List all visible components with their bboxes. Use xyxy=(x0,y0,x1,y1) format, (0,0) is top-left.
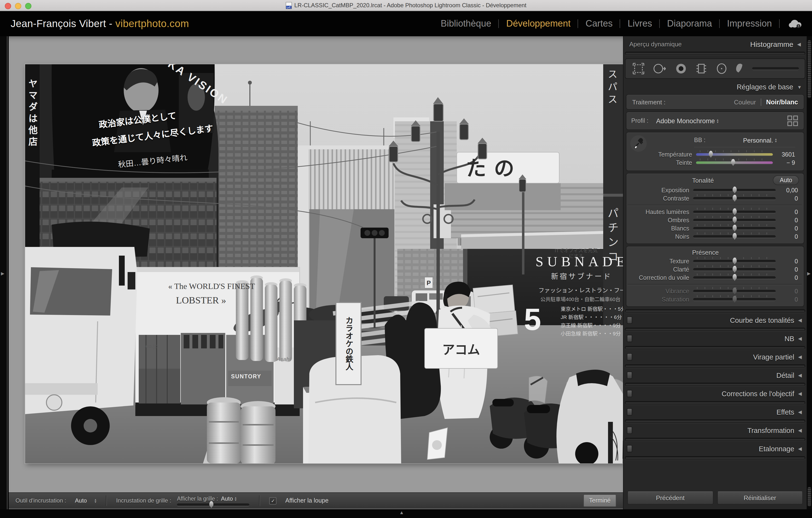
texture-value[interactable]: 0 xyxy=(776,258,798,265)
minimize-button[interactable] xyxy=(15,3,21,9)
clarity-value[interactable]: 0 xyxy=(776,266,798,273)
zoom-button[interactable] xyxy=(25,3,31,9)
treatment-bw-option[interactable]: Noir/blanc xyxy=(766,98,798,105)
panel-toggle-switch[interactable] xyxy=(627,390,632,397)
collapse-left-icon[interactable]: ◀ xyxy=(797,41,801,47)
expand-down-icon[interactable]: ▼ xyxy=(797,84,802,90)
temperature-value[interactable]: 3601 xyxy=(773,151,795,158)
previous-button[interactable]: Précédent xyxy=(627,491,713,505)
shadows-slider[interactable] xyxy=(693,219,776,221)
module-tab-livres[interactable]: Livres xyxy=(628,18,652,29)
contrast-value[interactable]: 0 xyxy=(776,195,798,202)
dehaze-value[interactable]: 0 xyxy=(776,274,798,281)
dehaze-slider[interactable] xyxy=(693,276,776,279)
highlights-slider[interactable] xyxy=(693,210,776,213)
scrollbar-thumb[interactable] xyxy=(808,40,811,98)
radial-filter-tool-icon[interactable] xyxy=(714,62,729,75)
texture-slider[interactable] xyxy=(693,260,776,263)
reset-button[interactable]: Réinitialiser xyxy=(717,491,803,505)
bw-panel-header[interactable]: NB ◀ xyxy=(624,332,807,344)
stepper-icon[interactable]: ▴▾ xyxy=(717,118,719,123)
collapse-left-icon[interactable]: ◀ xyxy=(798,336,802,341)
stepper-icon[interactable]: ▴▾ xyxy=(235,496,237,501)
right-panel-scrollbar[interactable]: ▶ xyxy=(807,36,812,509)
collapse-left-icon[interactable]: ◀ xyxy=(798,391,802,396)
panel-toggle-switch[interactable] xyxy=(627,372,632,379)
photo-canvas[interactable]: ヤマダは他店 KA VISION 政治家は公僕として 政策を通じて人々に尽くしま… xyxy=(25,64,624,463)
panel-toggle-switch[interactable] xyxy=(627,335,632,342)
filmstrip-strip[interactable]: ▲ xyxy=(0,509,812,518)
panel-toggle-switch[interactable] xyxy=(627,427,632,434)
left-panel-strip[interactable]: ▶ xyxy=(0,36,8,509)
tint-value[interactable]: − 9 xyxy=(773,159,795,166)
stepper-icon[interactable]: ▴▾ xyxy=(94,498,96,503)
collapse-left-icon[interactable]: ◀ xyxy=(798,446,802,451)
split-toning-panel-header[interactable]: Virage partiel ◀ xyxy=(624,351,807,363)
module-tab-developpement[interactable]: Développement xyxy=(506,18,571,29)
exposure-value[interactable]: 0,00 xyxy=(776,187,798,193)
whites-slider[interactable] xyxy=(693,227,776,230)
right-panel-reveal-icon[interactable]: ▶ xyxy=(807,271,811,276)
module-tab-diaporama[interactable]: Diaporama xyxy=(667,18,712,29)
panel-toggle-switch[interactable] xyxy=(627,316,632,324)
collapse-left-icon[interactable]: ◀ xyxy=(798,428,802,433)
cloud-sync-icon[interactable]: ! xyxy=(789,20,801,28)
wb-value[interactable]: Personnal. xyxy=(743,136,773,144)
blacks-value[interactable]: 0 xyxy=(776,233,798,240)
crop-tool-icon[interactable] xyxy=(631,62,646,75)
module-tab-bibliotheque[interactable]: Bibliothèque xyxy=(441,18,491,29)
section-separator xyxy=(627,284,802,284)
shadows-value[interactable]: 0 xyxy=(776,217,798,223)
graduated-filter-tool-icon[interactable] xyxy=(695,62,708,75)
module-tab-impression[interactable]: Impression xyxy=(727,18,772,29)
red-eye-tool-icon[interactable] xyxy=(674,62,688,75)
temperature-slider[interactable] xyxy=(696,153,773,156)
basic-panel-header[interactable]: Réglages de base ▼ xyxy=(624,81,807,93)
collapse-left-icon[interactable]: ◀ xyxy=(798,372,802,378)
exposure-knob[interactable] xyxy=(732,186,737,193)
collapse-left-icon[interactable]: ◀ xyxy=(798,354,802,360)
blacks-slider[interactable] xyxy=(693,235,776,238)
spot-removal-tool-icon[interactable] xyxy=(652,62,667,75)
panel-divider xyxy=(625,383,805,386)
panel-toggle-switch[interactable] xyxy=(627,445,632,452)
subnade-station-3: 京王線 新宿駅・・・・9分 xyxy=(561,322,621,328)
auto-tone-button[interactable]: Auto xyxy=(773,175,799,185)
show-loupe-checkbox[interactable]: ✓ xyxy=(269,497,277,504)
collapse-left-icon[interactable]: ◀ xyxy=(798,409,802,415)
saturation-slider-row: Saturation 0 xyxy=(627,295,802,303)
calibration-panel-header[interactable]: Etalonnage ◀ xyxy=(624,443,807,455)
adjustment-brush-tool-icon[interactable] xyxy=(735,62,746,75)
tint-slider[interactable] xyxy=(696,161,773,164)
done-button[interactable]: Terminé xyxy=(583,494,616,507)
profile-browser-icon[interactable] xyxy=(786,115,799,127)
clarity-slider[interactable] xyxy=(693,268,776,271)
whites-value[interactable]: 0 xyxy=(776,225,798,232)
stepper-icon[interactable]: ▴▾ xyxy=(775,138,777,143)
detail-panel-header[interactable]: Détail ◀ xyxy=(624,369,807,381)
panel-toggle-switch[interactable] xyxy=(627,353,632,361)
collapse-left-icon[interactable]: ◀ xyxy=(798,317,802,323)
overlay-tool-value[interactable]: Auto xyxy=(75,497,87,504)
show-grid-value[interactable]: Auto xyxy=(221,495,233,502)
effects-panel-header[interactable]: Effets ◀ xyxy=(624,406,807,418)
filmstrip-reveal-icon[interactable]: ▲ xyxy=(399,510,404,515)
grid-size-knob[interactable] xyxy=(209,501,214,508)
lens-corrections-panel-header[interactable]: Corrections de l'objectif ◀ xyxy=(624,388,807,400)
grid-size-slider[interactable] xyxy=(177,503,250,506)
tone-curve-panel-header[interactable]: Courbe des tonalités ◀ xyxy=(624,314,807,326)
exposure-slider[interactable] xyxy=(693,189,776,191)
asahi-box-text: Asahi xyxy=(277,356,291,362)
wb-eyedropper-icon[interactable] xyxy=(630,135,647,152)
histogram-panel-header[interactable]: Histogramme xyxy=(750,40,793,48)
panel-toggle-switch[interactable] xyxy=(627,408,632,416)
highlights-value[interactable]: 0 xyxy=(776,209,798,215)
close-button[interactable] xyxy=(5,3,11,9)
module-tab-cartes[interactable]: Cartes xyxy=(585,18,613,29)
transform-panel-header[interactable]: Transformation ◀ xyxy=(624,424,807,436)
treatment-color-option[interactable]: Couleur xyxy=(734,98,756,105)
profile-value[interactable]: Adobe Monochrome xyxy=(656,117,715,124)
scrollbar-thumb[interactable] xyxy=(808,487,811,507)
contrast-slider[interactable] xyxy=(693,197,776,200)
left-panel-reveal-icon[interactable]: ▶ xyxy=(1,271,4,276)
